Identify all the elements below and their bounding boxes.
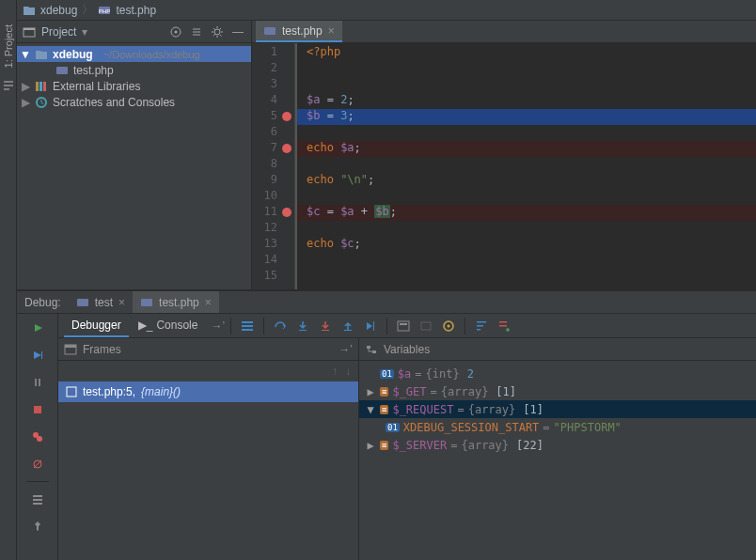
var-name: $_SERVER — [392, 439, 447, 452]
breadcrumb-file[interactable]: test.php — [116, 4, 156, 17]
expand-icon[interactable]: ▶ — [21, 80, 30, 93]
editor-tab-label: test.php — [282, 24, 323, 38]
trace-icon[interactable] — [416, 316, 436, 336]
step-into-icon[interactable] — [292, 316, 313, 336]
watch-icon[interactable] — [438, 316, 459, 336]
debug-run-tab[interactable]: test × — [69, 291, 133, 313]
debug-run-tab[interactable]: test.php × — [133, 291, 219, 313]
svg-rect-20 — [39, 379, 40, 386]
expand-icon[interactable]: ▶ — [365, 439, 376, 452]
run-to-cursor-icon[interactable] — [360, 316, 381, 336]
debug-title: Debug: — [17, 291, 69, 313]
mute-breakpoints-button[interactable] — [27, 454, 48, 474]
debug-run-label: test — [95, 296, 113, 309]
var-count: [1] — [523, 403, 543, 416]
expand-icon[interactable]: ▶ — [365, 385, 376, 398]
line-number[interactable]: 5 — [252, 109, 294, 125]
var-row[interactable]: ▶≡ $_GET = {array} [1] — [359, 382, 756, 400]
project-view-icon[interactable] — [23, 26, 36, 38]
line-number: 9 — [252, 173, 294, 189]
tool-window-strip: 1: Project — [0, 0, 17, 560]
pause-button[interactable] — [27, 372, 48, 393]
gutter[interactable]: 1 2 3 4 5 6 7 8 9 10 11 12 13 14 15 — [252, 43, 295, 291]
add-watch-icon[interactable] — [494, 316, 514, 336]
resume-button[interactable] — [27, 345, 48, 366]
line-number[interactable]: 11 — [252, 205, 294, 221]
var-row[interactable]: ▼≡ $_REQUEST = {array} [1] — [359, 400, 756, 418]
settings-button[interactable] — [27, 489, 48, 509]
var-row[interactable]: ▶≡ $_SERVER = {array} [22] — [359, 436, 756, 454]
svg-rect-26 — [33, 495, 42, 497]
tree-root[interactable]: ▼ xdebug ~/Downloads/xdebug — [17, 46, 251, 62]
close-icon[interactable]: × — [118, 296, 125, 309]
step-over-icon[interactable] — [270, 316, 291, 336]
tree-ext-libs[interactable]: ▶ External Libraries — [17, 78, 251, 94]
variables-title: Variables — [384, 343, 430, 356]
folder-icon — [23, 5, 36, 16]
frames-list[interactable]: ↑ ↓ test.php:5, {main}() — [58, 361, 358, 560]
expand-icon[interactable]: ▼ — [21, 48, 30, 61]
code-token: "\n" — [340, 173, 368, 186]
project-tool-tab[interactable]: 1: Project — [3, 24, 14, 68]
svg-rect-49 — [367, 346, 370, 349]
gear-icon[interactable] — [210, 24, 225, 39]
target-icon[interactable] — [168, 24, 183, 39]
editor-body[interactable]: 1 2 3 4 5 6 7 8 9 10 11 12 13 14 15 <?ph… — [252, 43, 756, 291]
rerun-button[interactable] — [27, 318, 48, 338]
tree-root-path: ~/Downloads/xdebug — [103, 49, 200, 60]
svg-rect-21 — [34, 406, 41, 413]
evaluate-expression-icon[interactable] — [393, 316, 414, 336]
sort-icon[interactable] — [471, 316, 492, 336]
var-type: {array} — [441, 385, 489, 398]
var-type: {array} — [468, 403, 516, 416]
view-breakpoints-button[interactable] — [27, 427, 48, 447]
var-row[interactable]: 01 XDEBUG_SESSION_START = "PHPSTORM" — [359, 418, 756, 436]
code-token: ; — [368, 173, 374, 186]
stop-button[interactable] — [27, 399, 48, 420]
svg-rect-37 — [400, 323, 407, 325]
var-name: $_REQUEST — [392, 403, 453, 416]
frame-row[interactable]: test.php:5, {main}() — [58, 381, 358, 402]
hide-icon[interactable]: — — [230, 24, 245, 39]
svg-point-9 — [214, 29, 220, 35]
code-token: $a — [340, 205, 354, 218]
variables-list[interactable]: 01 $a = {int} 2 ▶≡ $_GET = {array} [1] — [359, 361, 756, 560]
project-title[interactable]: Project — [41, 25, 76, 39]
debug-panel: Debug: test × test.php × Debugger — [17, 289, 756, 560]
svg-rect-32 — [299, 330, 307, 331]
var-count: [1] — [496, 385, 516, 398]
arrow-down-icon[interactable]: ↓ — [345, 365, 351, 378]
dropdown-icon[interactable]: ▾ — [82, 25, 87, 39]
arrow-up-icon[interactable]: ↑ — [332, 365, 338, 378]
line-number: 8 — [252, 157, 294, 173]
filter-icon[interactable]: →’ — [339, 343, 353, 356]
close-icon[interactable]: × — [328, 24, 335, 38]
editor-tab[interactable]: test.php × — [256, 21, 342, 42]
tree-file[interactable]: test.php — [17, 62, 251, 78]
debugger-tab[interactable]: Debugger — [64, 315, 129, 337]
step-out-icon[interactable] — [338, 316, 358, 336]
breadcrumb-project[interactable]: xdebug — [40, 4, 77, 17]
line-number[interactable]: 7 — [252, 141, 294, 157]
show-execution-point-icon[interactable] — [237, 316, 258, 336]
svg-rect-38 — [421, 322, 431, 330]
output-icon[interactable]: →’ — [211, 319, 225, 333]
collapse-icon[interactable]: ▼ — [365, 403, 376, 416]
var-row[interactable]: 01 $a = {int} 2 — [359, 365, 756, 382]
close-icon[interactable]: × — [205, 296, 212, 309]
pin-button[interactable] — [27, 516, 48, 537]
svg-point-8 — [175, 30, 178, 33]
var-type: {array} — [461, 439, 509, 452]
force-step-into-icon[interactable] — [315, 316, 336, 336]
structure-icon[interactable] — [2, 79, 15, 92]
svg-rect-36 — [398, 321, 409, 331]
console-tab[interactable]: ▶_Console — [131, 315, 206, 337]
code-area[interactable]: <?php $a = 2; $b = 3; echo $a; echo "\n"… — [295, 43, 756, 291]
var-value: 2 — [467, 367, 474, 381]
collapse-all-icon[interactable] — [189, 24, 204, 39]
code-token: = — [320, 205, 340, 218]
expand-icon[interactable]: ▶ — [21, 96, 30, 109]
array-badge: ≡ — [380, 441, 388, 450]
tree-scratches[interactable]: ▶ Scratches and Consoles — [17, 94, 251, 110]
code-token: ; — [347, 93, 354, 106]
